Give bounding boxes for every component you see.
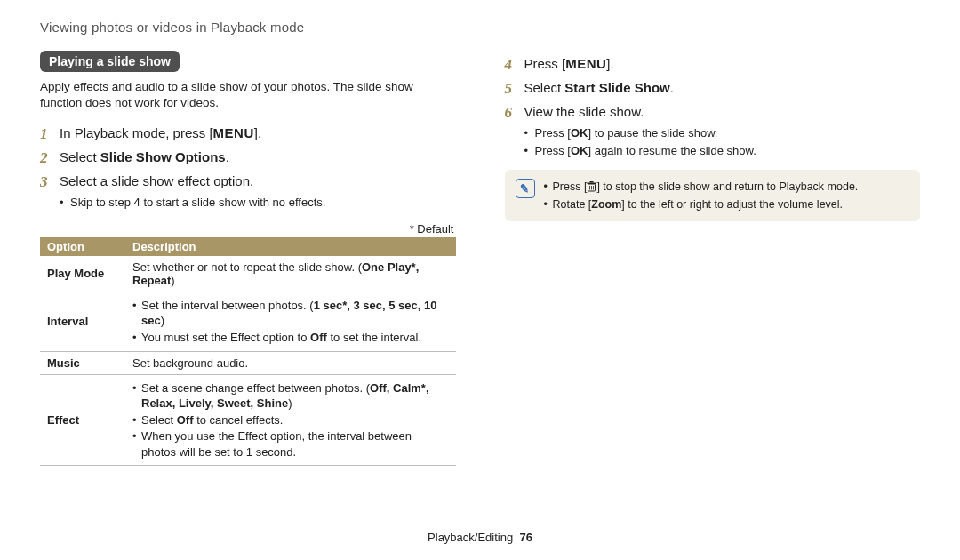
section-intro: Apply effects and audio to a slide show … — [40, 79, 456, 111]
two-column-layout: Playing a slide show Apply effects and a… — [40, 51, 920, 466]
step-5: Select Start Slide Show. — [505, 78, 921, 97]
step-3: Select a slide show effect option. Skip … — [40, 172, 456, 212]
menu-icon: MENU — [213, 125, 254, 140]
ok-icon: OK — [571, 144, 588, 157]
left-column: Playing a slide show Apply effects and a… — [40, 51, 456, 466]
svg-rect-5 — [590, 181, 594, 183]
steps-left: In Playback mode, press [MENU]. Select S… — [40, 124, 456, 212]
steps-right: Press [MENU]. Select Start Slide Show. V… — [505, 54, 921, 159]
step-3-sub: Skip to step 4 to start a slide show wit… — [60, 194, 456, 212]
table-row: Play Mode Set whether or not to repeat t… — [40, 256, 456, 292]
table-row: Interval Set the interval between photos… — [40, 292, 456, 351]
step-6: View the slide show. Press [OK] to pause… — [505, 102, 921, 159]
svg-rect-4 — [588, 183, 596, 185]
page-footer: Playback/Editing 76 — [0, 531, 960, 544]
menu-icon: MENU — [565, 56, 606, 71]
step-6-sub2: Press [OK] again to resume the slide sho… — [524, 142, 921, 160]
options-table: Option Description Play Mode Set whether… — [40, 237, 456, 466]
tip-line-1: Press [] to stop the slide show and retu… — [544, 179, 859, 196]
table-row: Effect Set a scene change effect between… — [40, 374, 456, 466]
tip-line-2: Rotate [Zoom] to the left or right to ad… — [544, 196, 859, 212]
default-marker: * Default — [40, 222, 454, 236]
step-6-sub1: Press [OK] to pause the slide show. — [524, 124, 921, 142]
info-icon: ✎ — [516, 179, 535, 198]
section-badge: Playing a slide show — [40, 51, 180, 72]
manual-page: Viewing photos or videos in Playback mod… — [0, 0, 960, 466]
table-row: Music Set background audio. — [40, 351, 456, 374]
ok-icon: OK — [571, 126, 588, 140]
trash-icon — [587, 180, 596, 196]
tip-box: ✎ Press [] to stop the slide show and re… — [505, 170, 921, 221]
step-2: Select Slide Show Options. — [40, 148, 456, 166]
col-option-header: Option — [40, 237, 125, 256]
col-description-header: Description — [125, 237, 456, 256]
step-4: Press [MENU]. — [505, 54, 921, 73]
right-column: Press [MENU]. Select Start Slide Show. V… — [505, 51, 921, 466]
breadcrumb: Viewing photos or videos in Playback mod… — [40, 20, 920, 35]
step-1: In Playback mode, press [MENU]. — [40, 124, 456, 142]
